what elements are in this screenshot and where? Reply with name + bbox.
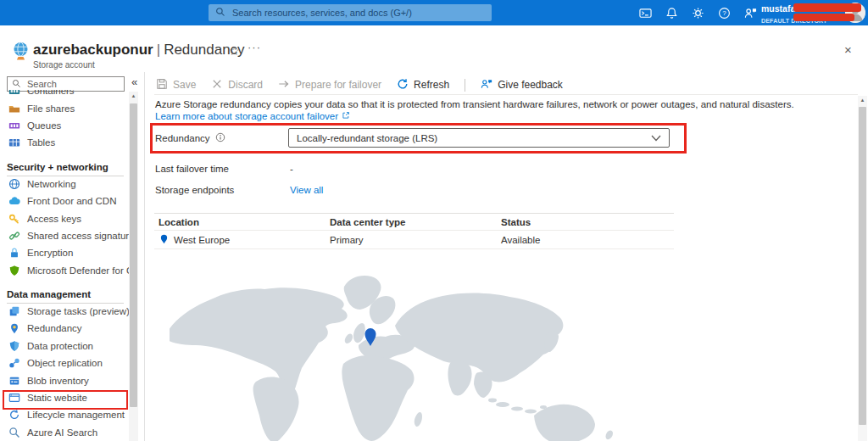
search-icon xyxy=(215,5,225,20)
cell-location: West Europe xyxy=(154,233,330,246)
sidebar-search-input[interactable] xyxy=(25,78,120,90)
sidebar-item-label: Object replication xyxy=(27,358,103,368)
sidebar-item-networking[interactable]: Networking xyxy=(0,176,129,193)
discard-button[interactable]: Discard xyxy=(211,78,263,92)
sidebar-scrollbar[interactable]: ▲ xyxy=(129,92,138,441)
sidebar-item-label: Data protection xyxy=(27,341,93,351)
sidebar-item-label: Containers xyxy=(27,90,75,96)
table-header-status: Status xyxy=(501,217,674,227)
sidebar-item-label: File shares xyxy=(27,103,75,114)
resource-menu-sidebar: « ContainersFile sharesQueuesTablesSecur… xyxy=(0,72,145,441)
sidebar-item-shared-access-signature[interactable]: Shared access signature xyxy=(0,227,129,244)
table-header-data-center-type: Data center type xyxy=(330,217,501,227)
access-keys-icon xyxy=(8,213,20,225)
queues-icon xyxy=(8,120,20,131)
external-link-icon xyxy=(342,111,350,121)
sidebar-item-access-keys[interactable]: Access keys xyxy=(0,209,129,226)
redaction-box-username xyxy=(793,3,861,12)
scrollbar-thumb[interactable] xyxy=(859,107,866,425)
close-blade-icon[interactable]: × xyxy=(844,42,852,57)
sidebar-item-label: Static website xyxy=(27,393,87,403)
give-feedback-button[interactable]: Give feedback xyxy=(481,78,563,92)
redundancy-icon xyxy=(8,322,20,334)
toolbar-button-label: Give feedback xyxy=(498,79,563,91)
sidebar-item-object-replication[interactable]: Object replication xyxy=(0,354,129,371)
save-button[interactable]: Save xyxy=(156,78,196,92)
global-search[interactable] xyxy=(209,4,492,21)
world-map xyxy=(170,265,704,441)
help-icon[interactable]: ? xyxy=(716,5,732,20)
table-header-row: LocationData center typeStatus xyxy=(154,213,674,231)
sidebar-item-lifecycle-management[interactable]: Lifecycle management xyxy=(0,406,129,423)
toolbar-button-label: Prepare for failover xyxy=(295,79,381,91)
toolbar-button-label: Discard xyxy=(228,79,263,91)
scrollbar-thumb[interactable] xyxy=(130,103,137,407)
scroll-up-icon[interactable]: ▲ xyxy=(129,93,138,98)
sidebar-item-blob-inventory[interactable]: Blob inventory xyxy=(0,371,129,388)
sidebar-item-tables[interactable]: Tables xyxy=(0,134,129,151)
toolbar-divider xyxy=(154,94,858,95)
redundancy-field-label: Redundancy xyxy=(155,132,225,144)
feedback-icon[interactable] xyxy=(743,5,758,20)
sidebar-item-front-door-and-cdn[interactable]: Front Door and CDN xyxy=(0,193,129,209)
sidebar-item-microsoft-defender-for-cloud[interactable]: Microsoft Defender for Cloud xyxy=(0,262,129,279)
location-pin-icon xyxy=(159,233,170,246)
containers-icon xyxy=(8,90,20,97)
sidebar-item-static-website[interactable]: Static website xyxy=(0,389,129,406)
ai-search-icon xyxy=(8,427,20,438)
sidebar-menu: ContainersFile sharesQueuesTablesSecurit… xyxy=(0,90,129,441)
main-scrollbar[interactable]: ▲ xyxy=(858,96,867,441)
front-door-icon xyxy=(8,195,20,207)
sidebar-item-azure-ai-search[interactable]: Azure AI Search xyxy=(0,424,129,441)
info-icon[interactable] xyxy=(215,132,225,144)
sidebar-item-queues[interactable]: Queues xyxy=(0,117,129,134)
discard-icon xyxy=(211,78,223,92)
sidebar-item-encryption[interactable]: Encryption xyxy=(0,244,129,261)
top-bar: ? mustafakara DEFAULT DIRECTORY xyxy=(0,0,868,25)
encryption-icon xyxy=(8,247,20,259)
sidebar-section-header: Security + networking xyxy=(0,152,129,176)
scroll-up-icon[interactable]: ▲ xyxy=(858,98,867,103)
last-failover-value: - xyxy=(290,164,293,174)
sidebar-section-header: Data management xyxy=(0,279,129,303)
svg-text:?: ? xyxy=(722,9,726,17)
title-separator: | xyxy=(153,42,164,58)
settings-gear-icon[interactable] xyxy=(690,5,705,20)
sidebar-item-data-protection[interactable]: Data protection xyxy=(0,338,129,354)
give-feedback-icon xyxy=(481,78,492,92)
sidebar-item-label: Blob inventory xyxy=(27,376,89,386)
sidebar-item-label: Redundancy xyxy=(27,323,82,333)
shared-access-signature-icon xyxy=(8,230,20,242)
prepare-for-failover-button[interactable]: Prepare for failover xyxy=(278,78,381,92)
favorite-star-icon[interactable]: ☆ xyxy=(229,44,240,58)
global-search-input[interactable] xyxy=(231,7,485,19)
sidebar-item-label: Queues xyxy=(27,120,61,131)
redundancy-blade: SaveDiscardPrepare for failoverRefreshGi… xyxy=(146,72,868,441)
learn-more-link[interactable]: Learn more about storage account failove… xyxy=(155,111,350,121)
collapse-sidebar-icon[interactable]: « xyxy=(131,75,137,88)
view-all-link[interactable]: View all xyxy=(290,185,323,195)
static-website-icon xyxy=(8,392,20,404)
sidebar-item-label: Microsoft Defender for Cloud xyxy=(27,265,129,276)
toolbar-button-label: Save xyxy=(173,79,196,91)
sidebar-item-label: Encryption xyxy=(27,248,73,258)
more-options-icon[interactable]: ··· xyxy=(248,41,261,53)
tables-icon xyxy=(8,137,20,148)
cell-status: Available xyxy=(501,235,674,245)
sidebar-item-redundancy[interactable]: Redundancy xyxy=(0,320,129,337)
networking-icon xyxy=(8,178,20,190)
sidebar-item-storage-tasks-preview-[interactable]: Storage tasks (preview) xyxy=(0,303,129,320)
command-bar: SaveDiscardPrepare for failoverRefreshGi… xyxy=(156,75,563,94)
cloud-shell-icon[interactable] xyxy=(637,5,653,20)
last-failover-label: Last failover time xyxy=(155,164,229,174)
notifications-bell-icon[interactable] xyxy=(664,5,679,20)
sidebar-item-label: Networking xyxy=(27,179,76,189)
table-header-location: Location xyxy=(154,217,330,227)
lifecycle-management-icon xyxy=(8,409,20,421)
data-protection-icon xyxy=(8,340,20,352)
page-header: azurebackuponur|Redundancy Storage accou… xyxy=(0,25,868,72)
sidebar-item-containers[interactable]: Containers xyxy=(0,90,129,99)
refresh-button[interactable]: Refresh xyxy=(397,78,449,92)
redundancy-dropdown[interactable]: Locally-redundant storage (LRS) xyxy=(288,128,670,148)
sidebar-item-file-shares[interactable]: File shares xyxy=(0,99,129,116)
